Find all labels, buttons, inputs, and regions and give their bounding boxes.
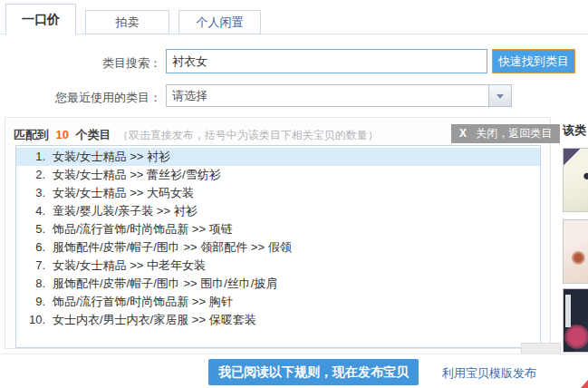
publish-category-page: 一口价 拍卖 个人闲置 类目搜索： 快速找到类目 您最近使用的类目： 请选择 匹… <box>0 0 588 388</box>
item-text: 童装/婴儿装/亲子装 >> 衬衫 <box>53 204 198 218</box>
item-text: 女装/女士精品 >> 衬衫 <box>53 150 170 163</box>
item-number: 8. <box>16 275 45 293</box>
category-result-item-8[interactable]: 8.服饰配件/皮带/帽子/围巾 >> 围巾/丝巾/披肩 <box>16 275 540 293</box>
category-result-item-1[interactable]: 1.女装/女士精品 >> 衬衫 <box>16 148 540 166</box>
item-text: 女士内衣/男士内衣/家居服 >> 保暖套装 <box>53 313 256 326</box>
recent-category-label: 您最近使用的类目： <box>36 90 161 106</box>
item-number: 10. <box>16 311 45 329</box>
item-text: 服饰配件/皮带/帽子/围巾 >> 围巾/丝巾/披肩 <box>53 276 277 290</box>
category-result-item-4[interactable]: 4.童装/婴儿装/亲子装 >> 衬衫 <box>16 202 540 220</box>
category-result-list: 1.女装/女士精品 >> 衬衫 2.女装/女士精品 >> 蕾丝衫/雪纺衫 3.女… <box>15 145 541 348</box>
match-count: 10 <box>55 128 68 141</box>
recent-category-select[interactable]: 请选择 <box>166 84 512 107</box>
tab-personal-idle[interactable]: 个人闲置 <box>178 10 261 34</box>
item-text: 饰品/流行首饰/时尚饰品新 >> 项链 <box>53 222 233 236</box>
product-thumbnail-2[interactable] <box>563 219 588 284</box>
item-number: 2. <box>16 166 45 184</box>
side-panel-title: 该类 <box>563 122 586 139</box>
category-result-item-10[interactable]: 10.女士内衣/男士内衣/家居服 >> 保暖套装 <box>16 311 540 329</box>
item-text: 服饰配件/皮带/帽子/围巾 >> 领部配件 >> 假领 <box>53 240 292 254</box>
close-x-icon: X <box>459 127 467 140</box>
footer-divider <box>0 354 588 354</box>
publish-with-template-link[interactable]: 利用宝贝模版发布 <box>442 365 536 382</box>
match-note: （双击直接发布，括号中为该类目下相关宝贝的数量） <box>118 129 379 141</box>
item-number: 5. <box>16 220 45 238</box>
product-thumbnail-1[interactable] <box>563 148 588 212</box>
category-search-input[interactable] <box>166 49 487 73</box>
item-number: 7. <box>16 257 45 275</box>
close-label: 关闭，返回类目 <box>476 127 552 140</box>
category-result-item-2[interactable]: 2.女装/女士精品 >> 蕾丝衫/雪纺衫 <box>16 166 540 184</box>
matched-categories-panel: 匹配到 10 个类目 （双击直接发布，括号中为该类目下相关宝贝的数量） X 关闭… <box>5 117 551 349</box>
category-result-item-3[interactable]: 3.女装/女士精品 >> 大码女装 <box>16 184 540 202</box>
item-number: 1. <box>16 148 45 166</box>
corner-red-shape <box>581 380 588 388</box>
category-result-item-5[interactable]: 5.饰品/流行首饰/时尚饰品新 >> 项链 <box>16 220 540 238</box>
select-value: 请选择 <box>172 85 207 106</box>
publish-item-button[interactable]: 我已阅读以下规则，现在发布宝贝 <box>208 359 419 385</box>
category-result-item-9[interactable]: 9.饰品/流行首饰/时尚饰品新 >> 胸针 <box>16 293 540 311</box>
item-text: 女装/女士精品 >> 中老年女装 <box>53 258 206 272</box>
match-prefix: 匹配到 <box>14 128 49 141</box>
item-number: 6. <box>16 238 45 257</box>
item-text: 女装/女士精品 >> 大码女装 <box>53 186 194 199</box>
item-number: 4. <box>16 202 45 220</box>
quick-find-category-button[interactable]: 快速找到类目 <box>492 49 575 73</box>
match-summary: 匹配到 10 个类目 （双击直接发布，括号中为该类目下相关宝贝的数量） <box>14 126 379 143</box>
tab-fixed-price[interactable]: 一口价 <box>5 4 76 34</box>
match-suffix: 个类目 <box>75 128 111 141</box>
category-search-label: 类目搜索： <box>68 55 161 72</box>
category-result-item-7[interactable]: 7.女装/女士精品 >> 中老年女装 <box>16 257 540 275</box>
tab-auction[interactable]: 拍卖 <box>85 10 169 34</box>
product-thumbnail-3[interactable] <box>563 288 588 353</box>
item-number: 3. <box>16 184 45 202</box>
dropdown-arrow-icon[interactable] <box>488 85 511 106</box>
category-result-item-6[interactable]: 6.服饰配件/皮带/帽子/围巾 >> 领部配件 >> 假领 <box>16 238 540 257</box>
close-return-button[interactable]: X 关闭，返回类目 <box>451 124 560 143</box>
item-text: 女装/女士精品 >> 蕾丝衫/雪纺衫 <box>53 168 221 181</box>
item-text: 饰品/流行首饰/时尚饰品新 >> 胸针 <box>53 295 233 308</box>
item-number: 9. <box>16 293 45 311</box>
